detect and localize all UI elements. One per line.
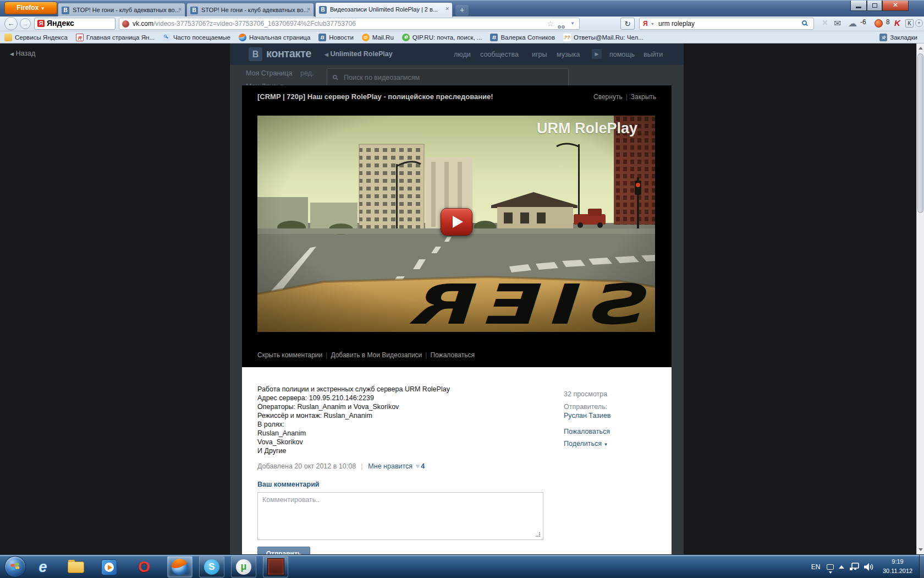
search-magnifier-icon[interactable]: [802, 20, 807, 25]
url-dropdown-icon[interactable]: ▼: [570, 18, 575, 29]
addon-close-icon[interactable]: ✕: [822, 18, 828, 27]
start-button[interactable]: [4, 556, 26, 577]
layer-back-link[interactable]: ◀ Назад: [10, 50, 35, 57]
tab-2[interactable]: В STOP! Не гони - клуб адекватных во... …: [186, 3, 314, 17]
bookmark-otvety[interactable]: ??Ответы@Mail.Ru: Чел...: [563, 34, 644, 41]
k-addon-icon[interactable]: K: [905, 19, 914, 28]
volume-icon[interactable]: [861, 555, 876, 578]
opera-addon-icon[interactable]: [875, 19, 883, 28]
taskbar-skype[interactable]: S: [199, 556, 224, 577]
vk-favicon: В: [319, 6, 327, 14]
video-player[interactable]: SIER URM RolePlay: [257, 116, 655, 332]
vk-nav-people[interactable]: люди: [454, 51, 471, 58]
video-search-field[interactable]: Поиск по видеозаписям: [327, 68, 569, 87]
bookmark-news[interactable]: ВНовости: [318, 34, 354, 41]
scroll-down-icon[interactable]: [919, 548, 923, 551]
sidebar-edit-link[interactable]: ред.: [300, 69, 314, 77]
send-comment-button[interactable]: Отправить: [257, 547, 310, 554]
vk-nav-music[interactable]: музыка: [557, 51, 580, 58]
language-indicator[interactable]: EN: [807, 555, 824, 578]
bookmark-qip[interactable]: ✿QIP.RU: почта, поиск, ...: [402, 34, 482, 41]
hide-comments-link[interactable]: Скрыть комментарии: [257, 351, 322, 359]
bookmark-yandex-home[interactable]: ЯГлавная страница Ян...: [76, 34, 155, 41]
tab-close-icon[interactable]: ✕: [445, 6, 449, 12]
vk-logo-text[interactable]: контакте: [266, 47, 311, 60]
bookmark-valerka[interactable]: ВВалерка Сотников: [490, 34, 555, 41]
taskbar-opera-icon[interactable]: O: [134, 557, 154, 577]
vk-favicon: В: [62, 7, 69, 14]
bookmark-mailru[interactable]: @Mail.Ru: [362, 34, 394, 41]
vk-logo-icon[interactable]: В: [249, 47, 262, 61]
taskbar-explorer-icon[interactable]: [66, 557, 86, 577]
group-breadcrumb[interactable]: ◀ Unlimited RolePlay: [324, 50, 393, 58]
qip-icon: ✿: [402, 34, 410, 41]
comment-input[interactable]: [257, 492, 543, 540]
report-video-link[interactable]: Пожаловаться: [564, 428, 610, 435]
vk-nav-help[interactable]: помощь: [609, 51, 635, 58]
kaspersky-icon[interactable]: K: [894, 18, 900, 28]
search-input[interactable]: [658, 19, 790, 29]
page-scrollbar[interactable]: [916, 43, 924, 554]
search-magnifier-icon: [333, 75, 337, 79]
firefox-menu-button[interactable]: Firefox ▼: [4, 2, 57, 14]
bookmark-yandex-services[interactable]: Сервисы Яндекса: [4, 34, 68, 41]
textarea-resize-handle[interactable]: [536, 532, 540, 537]
share-link[interactable]: Поделиться ▼: [564, 440, 608, 448]
tab-close-icon[interactable]: ✕: [178, 7, 182, 12]
utorrent-icon: µ: [236, 559, 251, 575]
weather-cloud-icon[interactable]: ☁: [848, 18, 857, 29]
bookmark-frequent[interactable]: Часто посещаемые: [163, 34, 230, 41]
scroll-up-icon[interactable]: [919, 47, 923, 50]
taskbar-mediaplayer-icon[interactable]: [99, 557, 119, 577]
taskbar-clock[interactable]: 9:19 30.11.2012: [878, 557, 917, 577]
show-desktop-button[interactable]: [919, 555, 924, 578]
windows-flag-icon: [10, 563, 20, 571]
hidden-icons-arrow[interactable]: [836, 555, 847, 578]
keyboard-layout-icon[interactable]: [824, 555, 836, 578]
video-info-panel: Работа полиции и экстренных служб сервер…: [242, 367, 672, 554]
sender-link[interactable]: Руслан Тазиев: [564, 412, 611, 419]
tab-3-active[interactable]: В Видеозаписи Unlimited RolePlay | 2 в..…: [315, 2, 453, 17]
navigation-toolbar: ← → ЯЯндекс vk.com/videos-37753706?z=vid…: [0, 17, 924, 31]
like-link[interactable]: Мне нравится: [368, 462, 413, 470]
report-link[interactable]: Пожаловаться: [430, 351, 475, 359]
new-tab-button[interactable]: +: [455, 5, 469, 16]
search-bar[interactable]: Я ▼: [639, 18, 814, 30]
add-to-my-videos-link[interactable]: Добавить в Мои Видеозаписи: [331, 351, 422, 359]
vk-nav-communities[interactable]: сообщества: [480, 51, 519, 58]
bookmark-start-page[interactable]: Начальная страница: [239, 34, 310, 41]
maximize-button[interactable]: [867, 1, 882, 11]
sidebar-item-my-page[interactable]: Моя Страница: [246, 69, 292, 77]
tab-close-icon[interactable]: ✕: [306, 7, 311, 12]
vk-nav-games[interactable]: игры: [532, 51, 547, 58]
close-layer-link[interactable]: Закрыть: [631, 93, 656, 101]
chevron-left-icon: ◀: [324, 52, 328, 57]
clock-time: 9:19: [878, 557, 917, 566]
yandex-search-icon: Я: [643, 20, 648, 28]
minimize-button[interactable]: [850, 1, 867, 11]
search-engine-caret-icon[interactable]: ▼: [651, 22, 654, 26]
taskbar-firefox-active[interactable]: [167, 556, 193, 577]
play-button[interactable]: [441, 208, 472, 236]
toolbar-overflow-icon[interactable]: ▼: [915, 19, 923, 27]
yandex-glasses-icon[interactable]: [558, 21, 565, 30]
taskbar-ie-icon[interactable]: e: [33, 557, 53, 577]
mail-envelope-icon[interactable]: ✉: [834, 18, 841, 29]
tab-1[interactable]: В STOP! Не гони - клуб адекватных во... …: [58, 3, 185, 17]
bookmarks-menu-button[interactable]: ☆Закладки: [879, 34, 917, 41]
taskbar-game[interactable]: [263, 556, 288, 577]
back-button[interactable]: ←: [4, 17, 18, 30]
forward-button[interactable]: →: [20, 18, 31, 29]
collapse-link[interactable]: Свернуть: [593, 93, 623, 101]
vk-nav-logout[interactable]: выйти: [644, 51, 663, 58]
reload-button[interactable]: ↻: [620, 18, 635, 30]
bookmark-star-icon[interactable]: ☆: [547, 18, 554, 29]
yandex-toolbar-button[interactable]: ЯЯндекс: [34, 18, 116, 30]
url-bar[interactable]: vk.com/videos-37753706?z=video-37753706_…: [119, 18, 580, 30]
close-button[interactable]: ✕: [882, 1, 909, 11]
like-count[interactable]: 4: [421, 462, 425, 470]
network-icon[interactable]: [847, 555, 861, 578]
scrollbar-thumb[interactable]: [917, 53, 923, 213]
vk-nav-more-icon[interactable]: ▶: [592, 49, 602, 59]
taskbar-utorrent[interactable]: µ: [231, 556, 256, 577]
